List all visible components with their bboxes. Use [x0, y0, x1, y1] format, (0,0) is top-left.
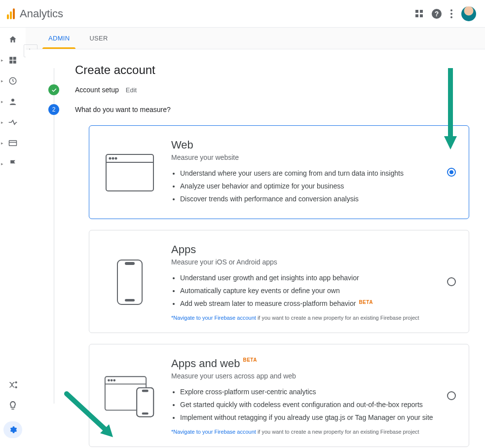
browser-window-icon: [104, 139, 155, 207]
behavior-card-icon[interactable]: [7, 138, 19, 148]
step-measure: 2 What do you want to measure?: [75, 106, 469, 113]
svg-rect-2: [9, 61, 12, 64]
beta-badge: BETA: [359, 299, 373, 305]
svg-point-9: [15, 387, 16, 388]
svg-rect-26: [143, 390, 148, 391]
option-apps-title: Apps: [171, 243, 419, 256]
option-appsweb-sub: Measure your users across app and web: [171, 372, 433, 380]
svg-point-13: [110, 158, 111, 159]
option-appsweb-bullet: Implement without retagging if you alrea…: [180, 412, 433, 423]
svg-rect-0: [9, 57, 12, 60]
product-name: Analytics: [20, 7, 63, 20]
option-apps-radio[interactable]: [447, 277, 456, 286]
svg-rect-6: [9, 141, 17, 146]
svg-point-8: [15, 382, 16, 383]
svg-rect-1: [13, 57, 16, 60]
annotation-arrow-icon: [443, 68, 458, 152]
step-connector-line: [54, 68, 54, 404]
option-apps-bullet: Understand user growth and get insights …: [180, 273, 419, 283]
attribution-icon[interactable]: [7, 380, 19, 390]
option-apps-card[interactable]: Apps Measure your iOS or Android apps Un…: [89, 230, 469, 333]
phone-icon: [104, 243, 155, 321]
admin-tabs: ADMIN USER: [26, 28, 485, 49]
option-web-title: Web: [171, 139, 404, 151]
left-rail: [0, 28, 26, 448]
option-appsweb-title: Apps and webBETA: [171, 357, 433, 370]
option-web-bullet: Analyze user behavior and optimize for y…: [180, 181, 404, 191]
tab-admin[interactable]: ADMIN: [48, 28, 70, 49]
firebase-note: *Navigate to your Firebase account if yo…: [171, 429, 433, 435]
svg-point-5: [11, 99, 14, 102]
dashboard-icon[interactable]: [7, 55, 19, 65]
analytics-logo-icon: [7, 8, 15, 19]
page-title: Create account: [75, 63, 469, 77]
audience-person-icon[interactable]: [7, 97, 19, 107]
option-web-bullet: Understand where your users are coming f…: [180, 168, 404, 179]
step-account-setup: Account setup Edit: [75, 86, 469, 94]
svg-point-21: [108, 379, 110, 381]
check-circle-icon: [48, 84, 59, 95]
step2-title: What do you want to measure?: [75, 106, 171, 113]
apps-grid-icon[interactable]: [415, 10, 423, 17]
svg-rect-27: [143, 413, 148, 414]
more-vert-icon[interactable]: [450, 9, 452, 18]
topbar-right: ?: [415, 6, 476, 21]
tab-user[interactable]: USER: [89, 28, 108, 49]
main-content: Create account Account setup Edit 2 What…: [26, 49, 485, 448]
option-appsweb-card[interactable]: Apps and webBETA Measure your users acro…: [89, 344, 469, 447]
beta-badge: BETA: [243, 357, 257, 363]
realtime-clock-icon[interactable]: [7, 76, 19, 86]
svg-rect-3: [13, 61, 16, 64]
discover-lightbulb-icon[interactable]: [7, 401, 19, 411]
option-web-card[interactable]: Web Measure your website Understand wher…: [89, 125, 469, 219]
svg-line-30: [67, 394, 105, 429]
step1-edit-link[interactable]: Edit: [126, 86, 137, 94]
option-apps-bullet: Automatically capture key events or defi…: [180, 286, 419, 296]
svg-rect-24: [137, 387, 153, 416]
home-icon[interactable]: [7, 35, 19, 44]
top-bar: Analytics ?: [0, 0, 485, 28]
svg-point-23: [113, 379, 115, 381]
help-icon[interactable]: ?: [432, 9, 442, 19]
svg-point-15: [115, 158, 117, 159]
topbar-left: Analytics: [7, 7, 63, 20]
acquisition-flow-icon[interactable]: [7, 117, 19, 127]
option-web-sub: Measure your website: [171, 153, 404, 161]
firebase-note: *Navigate to your Firebase account if yo…: [171, 315, 419, 321]
firebase-link[interactable]: *Navigate to your Firebase account: [171, 315, 256, 321]
annotation-arrow-icon: [62, 389, 121, 443]
svg-marker-29: [444, 136, 457, 149]
option-web-bullet: Discover trends with performance and con…: [180, 194, 404, 204]
avatar[interactable]: [461, 6, 476, 21]
option-appsweb-bullet: Get started quickly with codeless event …: [180, 400, 433, 410]
step2-number-badge: 2: [48, 104, 59, 115]
step1-title: Account setup: [75, 86, 119, 94]
admin-gear-button[interactable]: [3, 421, 22, 438]
option-apps-bullet: Add web stream later to measure cross-pl…: [180, 299, 419, 309]
svg-rect-11: [106, 154, 153, 191]
svg-point-14: [112, 158, 114, 159]
svg-rect-18: [125, 299, 134, 301]
option-appsweb-radio[interactable]: [447, 391, 456, 400]
option-appsweb-bullet: Explore cross-platform user-centric anal…: [180, 387, 433, 397]
svg-rect-16: [117, 260, 142, 304]
svg-rect-17: [125, 262, 134, 264]
option-web-radio[interactable]: [447, 168, 456, 177]
conversions-flag-icon[interactable]: [7, 159, 19, 169]
option-apps-sub: Measure your iOS or Android apps: [171, 258, 419, 266]
firebase-link[interactable]: *Navigate to your Firebase account: [171, 429, 256, 435]
svg-point-22: [111, 379, 112, 381]
